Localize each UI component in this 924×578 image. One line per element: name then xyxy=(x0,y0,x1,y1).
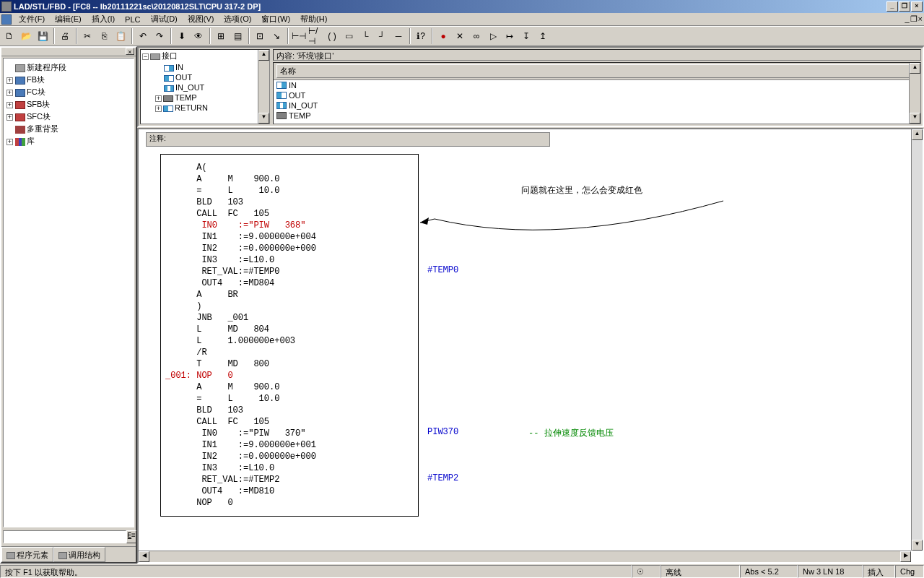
tb-save[interactable]: 💾 xyxy=(35,28,51,44)
code-line[interactable]: IN3 :=L10.0 xyxy=(165,254,414,266)
expand-icon[interactable]: + xyxy=(6,114,13,121)
code-line[interactable]: A BR xyxy=(165,289,414,301)
code-line[interactable]: IN0 :="PIW 370" xyxy=(165,428,414,439)
intf-return[interactable]: +RETURN xyxy=(141,103,269,113)
menu-plc[interactable]: PLC xyxy=(121,14,144,25)
scroll-down-icon[interactable]: ▼ xyxy=(912,540,923,551)
scroll-down-icon[interactable]: ▼ xyxy=(258,113,269,124)
tb-paste[interactable]: 📋 xyxy=(113,28,128,44)
minimize-button[interactable]: _ xyxy=(886,1,898,12)
comment-field[interactable]: 注释: xyxy=(146,132,550,147)
scroll-up-icon[interactable]: ▲ xyxy=(910,63,920,74)
expand-icon[interactable]: + xyxy=(155,105,162,112)
tb-network[interactable]: ⊡ xyxy=(252,28,268,44)
menu-insert[interactable]: 插入(I) xyxy=(87,13,119,25)
code-line[interactable]: BLD 103 xyxy=(165,405,414,416)
code-line[interactable]: JNB _001 xyxy=(165,312,414,324)
mdi-restore-button[interactable]: ❐ xyxy=(910,14,918,24)
code-line[interactable]: IN2 :=0.000000e+000 xyxy=(165,243,414,254)
tb-undo[interactable]: ↶ xyxy=(135,28,151,44)
menu-window[interactable]: 窗口(W) xyxy=(257,13,295,25)
menu-view[interactable]: 视图(V) xyxy=(183,13,219,25)
menu-edit[interactable]: 编辑(E) xyxy=(51,13,86,25)
tb-elements[interactable]: ⊞ xyxy=(213,28,229,44)
code-line[interactable]: IN1 :=9.000000e+001 xyxy=(165,439,414,451)
tab-call-structure[interactable]: 调用结构 xyxy=(53,547,105,562)
table-row[interactable]: TEMP xyxy=(274,111,920,121)
menu-file[interactable]: 文件(F) xyxy=(14,13,49,25)
intf-temp[interactable]: +TEMP xyxy=(141,92,269,103)
table-row[interactable]: IN_OUT xyxy=(274,100,920,111)
mdi-minimize-button[interactable]: _ xyxy=(905,14,909,24)
scroll-down-icon[interactable]: ▼ xyxy=(910,113,920,124)
code-editor[interactable]: 注释: A( A M 900.0 = L 10.0 BLD 103 CALL F… xyxy=(137,128,924,564)
tb-step-over[interactable]: ↦ xyxy=(502,28,518,44)
scroll-up-icon[interactable]: ▲ xyxy=(912,129,923,140)
tb-contact-no[interactable]: ⊢⊣ xyxy=(291,28,307,44)
code-line[interactable]: RET_VAL:=#TEMP0 xyxy=(165,266,414,277)
tb-bp-next[interactable]: ▷ xyxy=(485,28,501,44)
editor-scrollbar-v[interactable]: ▲ ▼ xyxy=(911,129,923,551)
expand-icon[interactable]: + xyxy=(6,102,13,108)
code-line[interactable]: RET_VAL:=#TEMP2 xyxy=(165,474,414,486)
tb-step-out[interactable]: ↥ xyxy=(535,28,551,44)
interface-tree[interactable]: −接口 IN OUT IN_OUT +TEMP +RETURN ▲ ▼ xyxy=(140,49,270,124)
tb-redo[interactable]: ↷ xyxy=(152,28,167,44)
tb-new[interactable]: 🗋 xyxy=(1,28,17,44)
stl-code-block[interactable]: A( A M 900.0 = L 10.0 BLD 103 CALL FC 10… xyxy=(160,154,419,517)
table-row[interactable]: OUT xyxy=(274,90,920,100)
intf-inout[interactable]: IN_OUT xyxy=(141,82,269,92)
code-line[interactable]: /R xyxy=(165,347,414,358)
code-line[interactable]: A M 900.0 xyxy=(165,381,414,393)
tree-sfb[interactable]: +SFB块 xyxy=(6,98,131,111)
expand-icon[interactable]: + xyxy=(6,90,13,96)
scrollbar-v[interactable]: ▲ ▼ xyxy=(258,50,269,124)
code-line[interactable]: IN2 :=0.000000e+000 xyxy=(165,451,414,462)
scroll-left-icon[interactable]: ◀ xyxy=(139,551,149,562)
search-dropdown-button[interactable]: E̲≡ xyxy=(126,530,136,543)
intf-root[interactable]: −接口 xyxy=(141,50,269,62)
tb-copy[interactable]: ⎘ xyxy=(96,28,112,44)
scrollbar-v[interactable]: ▲ ▼ xyxy=(909,63,920,124)
tb-bp-list[interactable]: ∞ xyxy=(468,28,484,44)
editor-scrollbar-h[interactable]: ◀ ▶ xyxy=(139,551,911,562)
tb-whatsthis[interactable]: ℹ? xyxy=(413,28,429,44)
code-line[interactable]: OUT4 :=MD804 xyxy=(165,277,414,289)
code-line[interactable]: _001: NOP 0 xyxy=(165,370,414,381)
code-line[interactable]: L MD 804 xyxy=(165,324,414,335)
tb-bp-set[interactable]: ● xyxy=(435,28,451,44)
menu-help[interactable]: 帮助(H) xyxy=(296,13,331,25)
code-line[interactable]: L 1.000000e+003 xyxy=(165,335,414,347)
tree-multi[interactable]: 多重背景 xyxy=(6,123,131,135)
table-row[interactable]: IN xyxy=(274,80,920,90)
scroll-right-icon[interactable]: ▶ xyxy=(900,551,911,562)
menu-debug[interactable]: 调试(D) xyxy=(147,13,182,25)
code-line[interactable]: ) xyxy=(165,301,414,312)
intf-out[interactable]: OUT xyxy=(141,72,269,82)
scroll-up-icon[interactable]: ▲ xyxy=(258,50,269,61)
tb-bp-del[interactable]: ✕ xyxy=(452,28,468,44)
col-name[interactable]: 名称 xyxy=(276,64,917,78)
code-line[interactable]: CALL FC 105 xyxy=(165,208,414,220)
expand-icon[interactable]: + xyxy=(6,77,13,84)
tree-new-network[interactable]: 新建程序段 xyxy=(6,61,131,74)
tb-branch-close[interactable]: ┘ xyxy=(374,28,390,44)
intf-in[interactable]: IN xyxy=(141,62,269,72)
expand-icon[interactable]: + xyxy=(6,139,13,145)
tb-contact-nc[interactable]: ⊢/⊣ xyxy=(308,28,323,44)
code-line[interactable]: BLD 103 xyxy=(165,197,414,208)
menu-options[interactable]: 选项(O) xyxy=(219,13,256,25)
tree-sfc[interactable]: +SFC块 xyxy=(6,111,131,123)
code-line[interactable]: T MD 800 xyxy=(165,358,414,370)
search-input[interactable] xyxy=(3,530,126,543)
tree-fc[interactable]: +FC块 xyxy=(6,86,131,98)
tree-fb[interactable]: +FB块 xyxy=(6,74,131,86)
code-line[interactable]: = L 10.0 xyxy=(165,393,414,405)
tb-coil[interactable]: ( ) xyxy=(324,28,340,44)
code-line[interactable]: A M 900.0 xyxy=(165,173,414,185)
code-line[interactable]: A( xyxy=(165,162,414,173)
code-line[interactable]: OUT4 :=MD810 xyxy=(165,486,414,497)
tb-open[interactable]: 📂 xyxy=(18,28,34,44)
interface-table[interactable]: 名称 IN OUT IN_OUT TEMP ▲ ▼ xyxy=(273,62,921,124)
tb-connection[interactable]: ─ xyxy=(391,28,406,44)
